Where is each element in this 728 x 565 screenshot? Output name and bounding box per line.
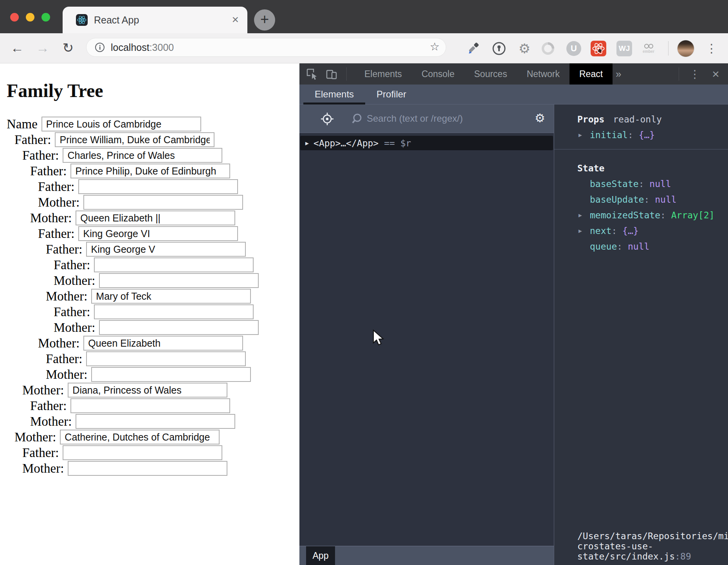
browser-tab[interactable]: React App × xyxy=(63,7,247,33)
reload-button-icon[interactable]: ↻ xyxy=(58,33,78,63)
devtools-tab-react[interactable]: React xyxy=(569,63,613,85)
react-devtools-extension-icon[interactable] xyxy=(589,33,608,63)
component-tree: ▶ <App>…</App> == $r xyxy=(299,133,554,546)
react-subtab-profiler[interactable]: Profiler xyxy=(365,85,418,104)
field-label: Mother: xyxy=(38,336,79,351)
expander-triangle-icon[interactable]: ▶ xyxy=(578,207,582,223)
field-label: Mother: xyxy=(30,211,72,225)
devtools-tab-sources[interactable]: Sources xyxy=(464,63,517,85)
ublock-extension-icon[interactable]: U xyxy=(564,33,583,63)
select-element-target-icon[interactable] xyxy=(320,112,335,126)
devtools-tab-bar: ElementsConsoleSourcesNetworkReact » ⋮ × xyxy=(299,63,728,85)
props-section: Propsread-only ▶initial: {…} xyxy=(554,104,728,143)
react-subtab-elements[interactable]: Elements xyxy=(303,85,365,104)
name-input-12[interactable] xyxy=(94,304,254,319)
expander-triangle-icon[interactable]: ▶ xyxy=(578,127,582,143)
field-label: Father: xyxy=(38,180,74,194)
site-info-icon[interactable] xyxy=(94,42,105,53)
search-input[interactable] xyxy=(367,104,523,133)
name-input-9[interactable] xyxy=(94,257,254,272)
field-label: Mother: xyxy=(46,367,87,382)
field-label: Mother: xyxy=(30,414,72,429)
kv-value: null xyxy=(649,179,671,189)
browser-menu-icon[interactable]: ⋮ xyxy=(704,33,719,63)
device-toolbar-icon[interactable] xyxy=(325,68,338,80)
field-label: Mother: xyxy=(22,383,64,398)
forward-button-icon: → xyxy=(33,33,52,63)
name-input-19[interactable] xyxy=(76,414,235,429)
field-label: Father: xyxy=(22,446,59,460)
color-picker-extension-icon[interactable] xyxy=(464,33,483,63)
new-tab-button[interactable]: + xyxy=(254,9,275,31)
breadcrumb-app-badge[interactable]: App xyxy=(306,546,335,565)
name-input-17[interactable] xyxy=(68,383,227,398)
name-input-8[interactable] xyxy=(86,242,246,257)
family-form-row: Mother: xyxy=(7,367,299,382)
tab-close-icon[interactable]: × xyxy=(232,7,239,33)
name-input-1[interactable] xyxy=(55,132,214,147)
name-input-21[interactable] xyxy=(63,445,222,460)
name-input-15[interactable] xyxy=(86,351,246,366)
name-input-18[interactable] xyxy=(70,398,230,413)
name-input-7[interactable] xyxy=(78,226,238,241)
profile-avatar[interactable] xyxy=(677,40,694,57)
devtools-close-icon[interactable]: × xyxy=(712,67,719,81)
family-form-row: Mother: xyxy=(7,414,299,429)
family-tree-form: NameFather:Father:Father:Father:Mother:M… xyxy=(0,116,299,476)
devtools-tab-elements[interactable]: Elements xyxy=(355,63,412,85)
name-input-11[interactable] xyxy=(91,289,251,304)
name-input-20[interactable] xyxy=(60,430,220,444)
inspect-element-icon[interactable] xyxy=(306,68,318,80)
expander-triangle-icon[interactable]: ▶ xyxy=(305,140,309,147)
name-input-16[interactable] xyxy=(91,367,251,382)
window-maximize-button[interactable] xyxy=(41,13,50,22)
wsj-extension-icon[interactable]: WJ xyxy=(615,33,634,63)
family-form-row: Mother: xyxy=(7,461,299,476)
family-form-row: Father: xyxy=(7,351,299,367)
onepassword-extension-icon[interactable] xyxy=(490,33,508,63)
ember-inspector-extension-icon[interactable]: ember xyxy=(639,33,658,63)
devtools-tab-console[interactable]: Console xyxy=(412,63,464,85)
name-input-6[interactable] xyxy=(76,211,235,225)
devtools-panel: ElementsConsoleSourcesNetworkReact » ⋮ ×… xyxy=(299,63,728,565)
kv-row-queue: queue: null xyxy=(554,239,728,254)
address-bar[interactable]: localhost:3000 ☆ xyxy=(86,38,446,57)
family-form-row: Father: xyxy=(7,163,299,179)
name-input-0[interactable] xyxy=(41,117,201,131)
swirl-extension-icon[interactable] xyxy=(539,33,557,63)
page-content: Family Tree NameFather:Father:Father:Fat… xyxy=(0,63,299,565)
devtools-tab-network[interactable]: Network xyxy=(517,63,569,85)
kv-row-baseState: baseState: null xyxy=(554,176,728,192)
state-section: State baseState: nullbaseUpdate: null▶me… xyxy=(554,149,728,254)
name-input-4[interactable] xyxy=(78,179,238,194)
name-input-10[interactable] xyxy=(99,273,259,288)
component-source-path[interactable]: /Users/taras/Repositories/microstates-us… xyxy=(577,531,724,561)
devtools-menu-icon[interactable]: ⋮ xyxy=(689,68,700,81)
bug-extension-icon[interactable]: ⚙ xyxy=(515,33,534,63)
kv-row-memoizedState[interactable]: ▶memoizedState: Array[2] xyxy=(554,207,728,223)
field-label: Father: xyxy=(30,164,67,178)
more-tabs-icon[interactable]: » xyxy=(616,68,621,80)
expander-triangle-icon[interactable]: ▶ xyxy=(578,223,582,239)
back-button-icon[interactable]: ← xyxy=(7,33,27,63)
name-input-14[interactable] xyxy=(83,336,243,351)
selected-component-row[interactable]: ▶ <App>…</App> == $r xyxy=(300,136,553,150)
name-input-3[interactable] xyxy=(70,164,230,178)
name-input-2[interactable] xyxy=(63,148,222,163)
family-form-row: Father: xyxy=(7,226,299,241)
window-close-button[interactable] xyxy=(10,13,19,22)
window-minimize-button[interactable] xyxy=(26,13,34,22)
kv-key: initial xyxy=(590,130,628,140)
toolbar-divider xyxy=(668,41,669,56)
name-input-13[interactable] xyxy=(99,320,259,335)
props-state-sidebar: Propsread-only ▶initial: {…} State baseS… xyxy=(554,104,728,565)
kv-row-initial[interactable]: ▶initial: {…} xyxy=(554,127,728,143)
name-input-22[interactable] xyxy=(68,461,227,476)
kv-row-next[interactable]: ▶next: {…} xyxy=(554,223,728,239)
bookmark-star-icon[interactable]: ☆ xyxy=(430,38,440,56)
search-bar: ⚙ xyxy=(299,104,554,133)
search-settings-gear-icon[interactable]: ⚙ xyxy=(535,104,545,133)
name-input-5[interactable] xyxy=(83,195,243,210)
family-form-row: Father: xyxy=(7,132,299,148)
family-form-row: Father: xyxy=(7,445,299,461)
